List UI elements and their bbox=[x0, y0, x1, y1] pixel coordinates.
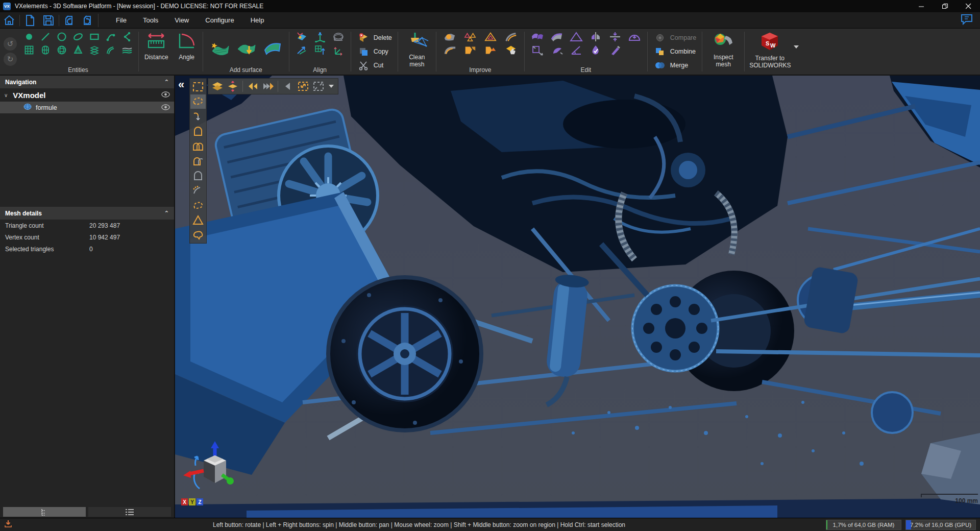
menu-tools[interactable]: Tools bbox=[136, 14, 165, 27]
edit-extend-icon[interactable] bbox=[550, 31, 564, 43]
compress-selection-icon[interactable] bbox=[226, 79, 240, 93]
improve-defeature-icon[interactable] bbox=[484, 44, 497, 56]
list-view-button[interactable] bbox=[88, 507, 171, 517]
improve-refine-icon[interactable] bbox=[484, 31, 497, 43]
navigation-panel-header[interactable]: Navigation ⌃ bbox=[0, 76, 174, 88]
mesh-details-collapse-icon[interactable]: ⌃ bbox=[164, 210, 169, 216]
align-triad-icon[interactable] bbox=[332, 44, 345, 56]
zoom-on-region-icon[interactable] bbox=[296, 79, 310, 93]
feedback-bubble-icon[interactable] bbox=[961, 14, 973, 27]
layers-selection-icon[interactable] bbox=[210, 79, 225, 93]
tree-view-button[interactable] bbox=[3, 507, 86, 517]
improve-smooth-icon[interactable] bbox=[504, 44, 518, 56]
edit-flatten-icon[interactable] bbox=[608, 31, 622, 43]
mesh-details-header[interactable]: Mesh details ⌃ bbox=[0, 207, 174, 220]
select-through-surface-icon[interactable] bbox=[190, 139, 206, 153]
save-session-icon[interactable] bbox=[39, 13, 58, 28]
visibility-eye-icon[interactable] bbox=[161, 103, 170, 112]
merge-button[interactable]: Merge bbox=[653, 59, 696, 71]
menu-view[interactable]: View bbox=[167, 14, 196, 27]
edit-pen-icon[interactable] bbox=[608, 44, 622, 56]
edit-angle-icon[interactable] bbox=[570, 44, 583, 56]
transfer-solidworks-button[interactable]: SW Transfer to SOLIDWORKS bbox=[746, 29, 793, 70]
export-session-icon[interactable] bbox=[79, 13, 97, 28]
menu-configure[interactable]: Configure bbox=[198, 14, 241, 27]
select-connected-icon[interactable] bbox=[190, 198, 206, 212]
entity-cylinder-icon[interactable] bbox=[39, 44, 52, 56]
3d-viewport[interactable]: « bbox=[175, 76, 980, 518]
select-path-icon[interactable] bbox=[190, 109, 206, 124]
align-plane-icon[interactable] bbox=[295, 31, 308, 43]
collapse-sidebar-chevron-icon[interactable]: « bbox=[178, 80, 184, 90]
edit-waterproof-icon[interactable] bbox=[589, 44, 602, 56]
improve-boundary-icon[interactable] bbox=[504, 31, 518, 43]
menu-help[interactable]: Help bbox=[243, 14, 272, 27]
redo-icon[interactable]: ↻ bbox=[4, 53, 17, 66]
align-grid-axis-icon[interactable] bbox=[313, 44, 327, 56]
cut-button[interactable]: Cut bbox=[357, 59, 392, 71]
transfer-dropdown-caret-icon[interactable] bbox=[793, 42, 799, 51]
distance-button[interactable]: Distance bbox=[140, 29, 173, 75]
entity-plane-icon[interactable] bbox=[22, 44, 36, 56]
edit-scale-icon[interactable] bbox=[531, 44, 544, 56]
previous-view-icon[interactable] bbox=[281, 79, 295, 93]
angle-button[interactable]: Angle bbox=[173, 29, 201, 75]
combine-button[interactable]: Combine bbox=[653, 45, 696, 58]
edit-triangle-icon[interactable] bbox=[570, 31, 583, 43]
add-surface-manual-icon[interactable] bbox=[236, 39, 256, 57]
navigation-collapse-icon[interactable]: ⌃ bbox=[164, 79, 169, 85]
import-session-icon[interactable] bbox=[60, 13, 79, 28]
entity-cross-section-icon[interactable] bbox=[88, 44, 101, 56]
align-vector-icon[interactable] bbox=[295, 44, 308, 56]
add-surface-resurface-icon[interactable] bbox=[262, 39, 283, 57]
select-triangle-icon[interactable] bbox=[190, 213, 206, 227]
select-flood-icon[interactable] bbox=[190, 228, 206, 242]
entity-line-icon[interactable] bbox=[39, 31, 52, 43]
orientation-cube[interactable] bbox=[180, 440, 241, 506]
minimize-button[interactable] bbox=[910, 0, 933, 12]
edit-sector-icon[interactable] bbox=[550, 44, 564, 56]
download-icon[interactable] bbox=[4, 520, 12, 530]
expand-chevron-icon[interactable]: ∨ bbox=[4, 92, 8, 98]
improve-fill-hole-icon[interactable] bbox=[443, 31, 456, 43]
align-cage-icon[interactable] bbox=[332, 31, 345, 43]
zoom-fit-icon[interactable] bbox=[311, 79, 326, 93]
improve-patch-icon[interactable] bbox=[463, 44, 477, 56]
visibility-eye-icon[interactable] bbox=[161, 90, 170, 100]
select-lasso-icon[interactable] bbox=[190, 94, 206, 109]
new-session-icon[interactable] bbox=[21, 13, 39, 28]
edit-orient-icon[interactable] bbox=[628, 31, 641, 43]
rotate-right-icon[interactable] bbox=[261, 79, 275, 93]
menu-file[interactable]: File bbox=[109, 14, 134, 27]
close-button[interactable] bbox=[957, 0, 980, 12]
delete-button[interactable]: Delete bbox=[357, 32, 392, 44]
tree-item-formule[interactable]: formule bbox=[0, 102, 174, 113]
select-rectangle-icon[interactable] bbox=[190, 80, 206, 94]
entity-ellipse-icon[interactable] bbox=[71, 31, 85, 43]
entity-arc-icon[interactable] bbox=[104, 31, 117, 43]
entity-cone-icon[interactable] bbox=[71, 44, 85, 56]
entity-curve-icon[interactable] bbox=[104, 44, 117, 56]
entity-vector-icon[interactable] bbox=[120, 31, 134, 43]
entity-sphere-icon[interactable] bbox=[55, 44, 68, 56]
entity-point-icon[interactable] bbox=[22, 31, 36, 43]
toolbar-dropdown-caret-icon[interactable] bbox=[327, 79, 336, 93]
copy-button[interactable]: Copy bbox=[357, 45, 392, 58]
home-icon[interactable] bbox=[0, 13, 18, 28]
edit-mirror-icon[interactable] bbox=[589, 31, 602, 43]
undo-icon[interactable]: ↺ bbox=[4, 37, 17, 51]
inspect-mesh-button[interactable]: Inspect mesh bbox=[704, 29, 743, 75]
align-axes-icon[interactable] bbox=[313, 31, 327, 43]
tree-item-vxmodel[interactable]: ∨ VXmodel bbox=[0, 88, 174, 102]
entity-circle-icon[interactable] bbox=[55, 31, 68, 43]
add-surface-auto-icon[interactable] bbox=[209, 39, 230, 57]
select-front-back-icon[interactable] bbox=[190, 154, 206, 168]
improve-fillet-icon[interactable] bbox=[443, 44, 456, 56]
clean-mesh-button[interactable]: Clean mesh bbox=[400, 29, 434, 75]
entity-rectangle-icon[interactable] bbox=[88, 31, 101, 43]
3d-scene-render[interactable] bbox=[175, 76, 980, 518]
compare-button[interactable]: Compare bbox=[653, 32, 696, 44]
entity-freeform-icon[interactable] bbox=[120, 44, 134, 56]
select-visible-surface-icon[interactable] bbox=[190, 124, 206, 138]
select-backface-icon[interactable] bbox=[190, 168, 206, 183]
